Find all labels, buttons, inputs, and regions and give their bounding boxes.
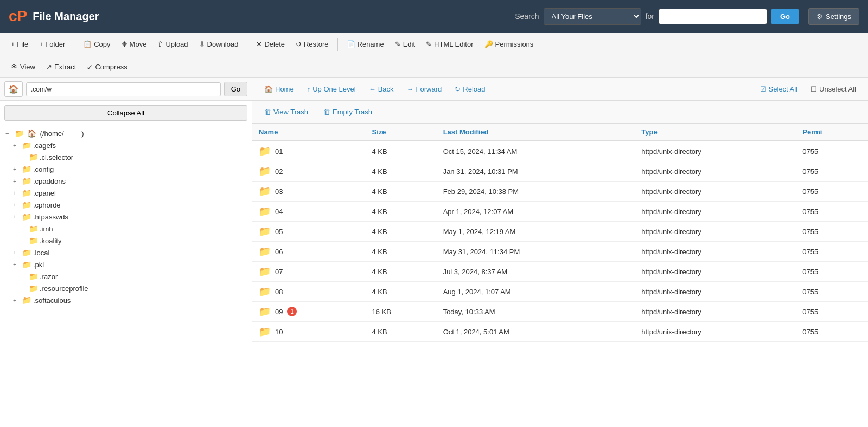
col-name[interactable]: Name — [252, 124, 366, 141]
col-modified[interactable]: Last Modified — [437, 124, 635, 141]
upload-button[interactable]: ⇧ Upload — [153, 38, 192, 50]
new-folder-button[interactable]: + Folder — [35, 38, 69, 50]
file-name[interactable]: 10 — [275, 328, 283, 336]
cell-modified: Apr 1, 2024, 12:07 AM — [437, 202, 635, 222]
edit-button[interactable]: ✎ Edit — [391, 38, 419, 50]
path-input[interactable] — [26, 82, 221, 96]
path-go-button[interactable]: Go — [224, 82, 247, 96]
expand-icon: + — [13, 142, 20, 148]
cell-modified: Aug 1, 2024, 1:07 AM — [437, 282, 635, 302]
home-path-icon[interactable]: 🏠 — [4, 81, 23, 97]
cell-modified: May 1, 2024, 12:19 AM — [437, 222, 635, 242]
folder-icon: 📁 — [259, 205, 271, 217]
rename-button[interactable]: 📄 Rename — [342, 38, 388, 50]
back-button[interactable]: ← Back — [363, 82, 399, 96]
search-scope-select[interactable]: All Your Files File Name Only File Conte… — [544, 8, 641, 25]
cell-size: 4 KB — [366, 242, 437, 262]
select-all-button[interactable]: ☑ Select All — [755, 82, 803, 96]
table-row[interactable]: 📁044 KBApr 1, 2024, 12:07 AMhttpd/unix-d… — [252, 202, 868, 222]
file-name[interactable]: 09 — [275, 308, 283, 316]
table-row[interactable]: 📁014 KBOct 15, 2024, 11:34 AMhttpd/unix-… — [252, 141, 868, 161]
file-name[interactable]: 08 — [275, 288, 283, 296]
toolbar-divider-1 — [74, 38, 74, 51]
expand-icon: + — [13, 261, 20, 268]
cell-perms: 0755 — [796, 182, 868, 202]
file-name[interactable]: 02 — [275, 167, 283, 176]
tree-item-resourceprofile[interactable]: 📁 .resourceprofile — [4, 282, 247, 294]
tree-item-local[interactable]: + 📁 .local — [4, 247, 247, 258]
col-perms[interactable]: Permi — [796, 124, 868, 141]
cell-name: 📁04 — [252, 202, 366, 222]
download-icon: ⇩ — [199, 40, 205, 48]
extract-icon: ↗ — [46, 63, 52, 71]
cell-name: 📁01 — [252, 141, 366, 161]
up-icon: ↑ — [307, 85, 311, 93]
cell-size: 4 KB — [366, 262, 437, 282]
file-name[interactable]: 04 — [275, 208, 283, 216]
restore-button[interactable]: ↺ Restore — [291, 38, 333, 50]
home-nav-button[interactable]: 🏠 Home — [259, 82, 299, 96]
table-row[interactable]: 📁084 KBAug 1, 2024, 1:07 AMhttpd/unix-di… — [252, 282, 868, 302]
tree-item-htpasswds[interactable]: + 📁 .htpasswds — [4, 211, 247, 223]
col-size[interactable]: Size — [366, 124, 437, 141]
move-button[interactable]: ✥ Move — [117, 38, 151, 50]
content-panel: 🏠 Home ↑ Up One Level ← Back → Forward ↻… — [252, 78, 868, 427]
table-header-row: Name Size Last Modified Type Permi — [252, 124, 868, 141]
file-name[interactable]: 07 — [275, 268, 283, 276]
forward-button[interactable]: → Forward — [401, 82, 448, 96]
permissions-button[interactable]: 🔑 Permissions — [480, 38, 538, 50]
table-row[interactable]: 📁104 KBOct 1, 2024, 5:01 AMhttpd/unix-di… — [252, 322, 868, 342]
reload-button[interactable]: ↻ Reload — [449, 82, 490, 96]
trash-actions-bar: 🗑 View Trash 🗑 Empty Trash — [252, 101, 868, 124]
tree-item-koality[interactable]: 📁 .koality — [4, 235, 247, 247]
settings-button[interactable]: ⚙ Settings — [808, 8, 859, 25]
download-button[interactable]: ⇩ Download — [195, 38, 243, 50]
view-trash-button[interactable]: 🗑 View Trash — [259, 105, 314, 119]
tree-item-label: .htpasswds — [33, 213, 68, 221]
table-row[interactable]: 📁034 KBFeb 29, 2024, 10:38 PMhttpd/unix-… — [252, 182, 868, 202]
search-input[interactable] — [659, 9, 767, 24]
tree-item-pki[interactable]: + 📁 .pki — [4, 258, 247, 270]
search-label: Search — [515, 12, 539, 21]
tree-item-imh[interactable]: 📁 .imh — [4, 223, 247, 235]
main-area: 🏠 Go Collapse All − 📁 🏠 (/home/ ) + 📁 .c… — [0, 78, 868, 427]
table-row[interactable]: 📁064 KBMay 31, 2024, 11:34 PMhttpd/unix-… — [252, 242, 868, 262]
tree-item-softaculous[interactable]: + 📁 .softaculous — [4, 294, 247, 306]
tree-item-config[interactable]: + 📁 .config — [4, 163, 247, 175]
new-file-button[interactable]: + File — [7, 38, 33, 50]
file-name[interactable]: 05 — [275, 228, 283, 236]
search-go-button[interactable]: Go — [771, 9, 799, 24]
folder-icon: 📁 — [29, 224, 38, 233]
cell-size: 4 KB — [366, 141, 437, 161]
up-one-level-button[interactable]: ↑ Up One Level — [302, 82, 361, 96]
empty-trash-button[interactable]: 🗑 Empty Trash — [318, 105, 378, 119]
home-nav-icon: 🏠 — [264, 85, 273, 93]
tree-item-root[interactable]: − 📁 🏠 (/home/ ) — [4, 127, 247, 139]
cell-perms: 0755 — [796, 282, 868, 302]
copy-button[interactable]: 📋 Copy — [79, 38, 114, 50]
delete-button[interactable]: ✕ Delete — [252, 38, 289, 50]
table-row[interactable]: 📁054 KBMay 1, 2024, 12:19 AMhttpd/unix-d… — [252, 222, 868, 242]
collapse-all-button[interactable]: Collapse All — [4, 105, 247, 121]
extract-button[interactable]: ↗ Extract — [42, 61, 80, 73]
tree-item-clselector[interactable]: 📁 .cl.selector — [4, 151, 247, 163]
html-editor-button[interactable]: ✎ HTML Editor — [422, 38, 477, 50]
tree-item-cpaddons[interactable]: + 📁 .cpaddons — [4, 175, 247, 187]
folder-icon: 📁 — [259, 266, 271, 277]
folder-icon: 📁 — [22, 141, 31, 150]
table-row[interactable]: 📁09116 KBToday, 10:33 AMhttpd/unix-direc… — [252, 302, 868, 322]
tree-item-cpanel[interactable]: + 📁 .cpanel — [4, 187, 247, 199]
table-row[interactable]: 📁074 KBJul 3, 2024, 8:37 AMhttpd/unix-di… — [252, 262, 868, 282]
file-name[interactable]: 01 — [275, 147, 283, 156]
table-row[interactable]: 📁024 KBJan 31, 2024, 10:31 PMhttpd/unix-… — [252, 161, 868, 182]
file-name[interactable]: 06 — [275, 248, 283, 256]
view-button[interactable]: 👁 View — [7, 61, 40, 73]
col-type[interactable]: Type — [635, 124, 796, 141]
tree-item-razor[interactable]: 📁 .razor — [4, 270, 247, 282]
tree-item-cagefs[interactable]: + 📁 .cagefs — [4, 139, 247, 151]
tree-item-cphorde[interactable]: + 📁 .cphorde — [4, 199, 247, 211]
compress-button[interactable]: ↙ Compress — [82, 61, 131, 73]
copy-icon: 📋 — [83, 40, 92, 48]
file-name[interactable]: 03 — [275, 187, 283, 196]
unselect-all-button[interactable]: ☐ Unselect All — [805, 82, 861, 96]
